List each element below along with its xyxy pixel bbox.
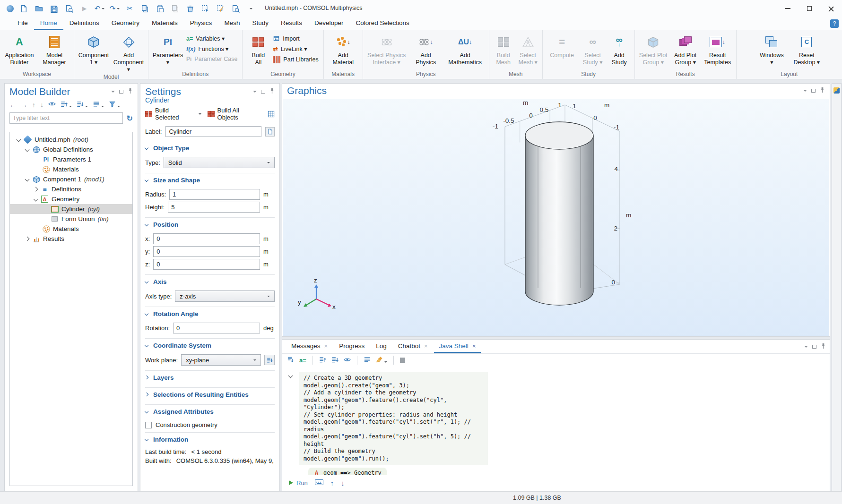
add-plot-group-button[interactable]: Add Plot Group ▾ <box>670 31 701 66</box>
minimize-button[interactable] <box>777 0 799 17</box>
graphics-viewport[interactable]: m -1 -0.5 0 0.5 1 1 0 -1 m 4 2 0 m <box>283 99 829 336</box>
panel-menu-icon[interactable] <box>253 91 257 94</box>
result-templates-button[interactable]: ↓Result Templates <box>701 31 734 66</box>
menu-physics[interactable]: Physics <box>184 17 218 30</box>
tree-item-definitions[interactable]: ≡Definitions <box>10 184 132 194</box>
y-input[interactable] <box>153 246 260 257</box>
close-button[interactable] <box>820 0 842 17</box>
z-input[interactable] <box>153 259 260 270</box>
section-header-axis[interactable]: Axis <box>145 275 275 289</box>
build-insert-icon[interactable] <box>268 111 275 118</box>
java-shell-console[interactable]: // Create a 3D geometry model.geom().cre… <box>283 367 829 475</box>
component-1-button[interactable]: Component 1 ▾ <box>76 31 111 66</box>
tree-item-root[interactable]: Untitled.mph(root) <box>10 135 132 145</box>
panel-float-icon[interactable] <box>811 89 816 93</box>
shell-result-geom[interactable]: Ageom ==> Geometry <box>308 468 387 475</box>
save-as-icon[interactable] <box>65 4 74 13</box>
expand-all-icon[interactable] <box>77 101 88 109</box>
section-header-rotation[interactable]: Rotation Angle <box>145 307 275 321</box>
redo-icon[interactable]: ↷ <box>110 4 119 13</box>
add-component-button[interactable]: Add Component ▾ <box>111 31 146 73</box>
section-header-assigned-attributes[interactable]: Assigned Attributes <box>145 405 275 419</box>
move-up-icon[interactable]: ↑ <box>32 101 35 109</box>
tree-item-results[interactable]: Results <box>10 234 132 244</box>
tab-progress[interactable]: Progress <box>334 340 370 353</box>
find-icon[interactable] <box>231 4 240 13</box>
menu-colored-selections[interactable]: Colored Selections <box>349 17 415 30</box>
tab-chatbot[interactable]: Chatbot× <box>393 340 433 353</box>
tab-messages[interactable]: Messages× <box>286 340 333 353</box>
close-tab-icon[interactable]: × <box>472 342 476 350</box>
menu-file[interactable]: File <box>11 17 34 30</box>
type-select[interactable]: Solid <box>164 157 275 168</box>
scroll-up-icon[interactable] <box>319 356 326 365</box>
create-selection-icon[interactable] <box>265 127 275 137</box>
delete-icon[interactable] <box>186 4 195 13</box>
move-down-icon[interactable]: ↓ <box>40 101 43 109</box>
build-all-objects-button[interactable]: Build All Objects <box>208 107 261 121</box>
model-tree-nodes-icon[interactable] <box>93 101 104 109</box>
copy-icon[interactable] <box>140 4 149 13</box>
section-header-coordinate-system[interactable]: Coordinate System <box>145 339 275 352</box>
add-material-button[interactable]: ↓Add Material <box>326 31 361 66</box>
model-manager-button[interactable]: Model Manager <box>37 31 72 66</box>
build-selected-button[interactable]: Build Selected <box>145 107 201 121</box>
open-file-icon[interactable] <box>35 4 43 13</box>
tree-item-component[interactable]: Component 1(mod1) <box>10 174 132 184</box>
add-physics-button[interactable]: ↓Add Physics <box>408 31 443 66</box>
menu-mesh[interactable]: Mesh <box>218 17 246 30</box>
panel-pin-icon[interactable] <box>821 343 826 350</box>
radius-input[interactable] <box>169 189 260 200</box>
autocomplete-icon[interactable]: a= <box>299 357 306 364</box>
go-to-source-icon[interactable] <box>264 355 275 365</box>
clear-shell-icon[interactable] <box>376 356 387 365</box>
panel-float-icon[interactable] <box>119 90 123 94</box>
wrap-lines-icon[interactable] <box>364 356 371 365</box>
menu-definitions[interactable]: Definitions <box>63 17 105 30</box>
tree-item-form-union[interactable]: Form Union(fin) <box>10 214 132 224</box>
panel-pin-icon[interactable] <box>128 88 133 95</box>
collapse-all-icon[interactable] <box>61 101 72 109</box>
functions-button[interactable]: f(x)Functions ▾ <box>186 45 237 52</box>
x-input[interactable] <box>153 233 260 244</box>
maximize-button[interactable] <box>799 0 820 17</box>
label-input[interactable] <box>165 126 261 137</box>
panel-float-icon[interactable] <box>812 345 816 349</box>
nav-forward-icon[interactable]: → <box>21 101 27 109</box>
undo-icon[interactable]: ↶ <box>95 4 104 13</box>
history-next-icon[interactable]: ↓ <box>341 479 345 487</box>
run-button[interactable]: Run <box>289 479 308 487</box>
panel-menu-icon[interactable] <box>803 90 807 94</box>
tree-item-global-definitions[interactable]: Global Definitions <box>10 145 132 154</box>
tree-item-materials-global[interactable]: Materials <box>10 164 132 174</box>
cut-icon[interactable]: ✂ <box>125 4 134 13</box>
add-mathematics-button[interactable]: ΔU↓Add Mathematics <box>443 31 487 66</box>
docked-window-icon[interactable] <box>833 87 840 94</box>
help-icon[interactable]: ? <box>830 19 839 28</box>
section-header-information[interactable]: Information <box>145 433 275 446</box>
tab-java-shell[interactable]: Java Shell× <box>434 340 481 353</box>
tree-item-geometry[interactable]: AGeometry <box>10 194 132 204</box>
paste-icon[interactable] <box>156 4 165 13</box>
panel-pin-icon[interactable] <box>269 88 275 95</box>
export-history-icon[interactable] <box>287 356 294 365</box>
livelink-button[interactable]: ⇄LiveLink ▾ <box>273 45 318 52</box>
application-builder-button[interactable]: AApplication Builder <box>2 31 37 66</box>
menu-materials[interactable]: Materials <box>146 17 184 30</box>
construction-geometry-checkbox[interactable] <box>145 422 152 428</box>
history-previous-icon[interactable]: ↑ <box>330 479 334 487</box>
filter-input[interactable] <box>9 112 123 124</box>
close-tab-icon[interactable]: × <box>324 342 328 350</box>
build-all-button[interactable]: Build All <box>244 31 272 66</box>
refresh-icon[interactable]: ↻ <box>127 114 133 123</box>
panel-float-icon[interactable] <box>261 90 265 94</box>
nav-back-icon[interactable]: ← <box>9 101 16 109</box>
section-header-position[interactable]: Position <box>145 218 275 231</box>
section-header-object-type[interactable]: Object Type <box>145 141 275 155</box>
save-icon[interactable] <box>50 4 59 13</box>
parameters-button[interactable]: PiParameters ▾ <box>150 31 185 66</box>
section-header-selections[interactable]: Selections of Resulting Entities <box>145 388 275 401</box>
variables-button[interactable]: a=Variables ▾ <box>186 35 237 42</box>
add-study-button[interactable]: ∞↓Add Study <box>606 31 633 66</box>
tree-item-parameters[interactable]: PiParameters 1 <box>10 154 132 164</box>
